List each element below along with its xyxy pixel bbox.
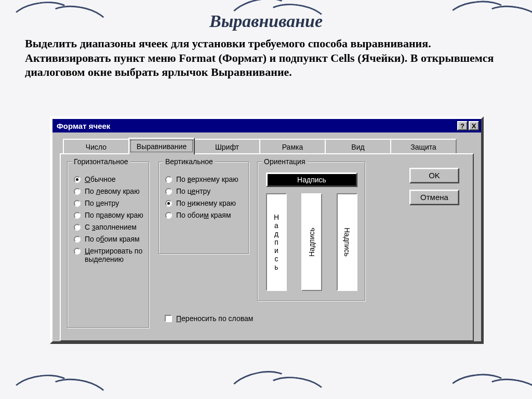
radio-icon <box>74 248 81 255</box>
intro-paragraph: Выделить диапазоны ячеек для установки т… <box>25 36 501 79</box>
radio-icon <box>165 200 172 207</box>
radio-label: По обоим краям <box>85 235 140 243</box>
radio-horiz-right[interactable]: По правому краю <box>73 211 143 219</box>
decorative-waves-bottom <box>0 373 532 399</box>
radio-label: По нижнему краю <box>176 199 236 207</box>
help-button[interactable]: ? <box>457 121 468 130</box>
radio-icon <box>165 188 172 195</box>
checkbox-icon <box>165 315 172 322</box>
radio-horiz-justify[interactable]: По обоим краям <box>73 235 143 243</box>
radio-horiz-left[interactable]: По левому краю <box>73 187 143 195</box>
radio-label: По обоим краям <box>176 211 231 219</box>
radio-icon <box>165 176 172 183</box>
tab-view[interactable]: Вид <box>325 139 391 154</box>
radio-label: По центру <box>85 199 119 207</box>
page-title: Выравнивание <box>0 11 532 31</box>
radio-label: По центру <box>176 187 210 195</box>
radio-label: По левому краю <box>85 187 140 195</box>
radio-icon <box>74 188 81 195</box>
orientation-stacked-sample[interactable]: Надпись <box>266 193 287 291</box>
radio-label: Обычное <box>85 175 116 183</box>
radio-icon <box>165 212 172 219</box>
group-horizontal: Горизонтальное Обычное По левому краю По… <box>67 162 149 328</box>
format-cells-dialog: Формат ячеек ? X Число Выравнивание Шриф… <box>50 116 484 344</box>
tab-strip: Число Выравнивание Шрифт Рамка Вид Защит… <box>63 139 474 154</box>
radio-label: С заполнением <box>85 223 137 231</box>
radio-vert-bottom[interactable]: По нижнему краю <box>164 199 243 207</box>
radio-icon <box>74 236 81 243</box>
ok-button[interactable]: OK <box>409 168 459 183</box>
tab-font[interactable]: Шрифт <box>194 139 260 154</box>
tab-protect[interactable]: Защита <box>390 139 457 154</box>
group-vertical: Вертикальное По верхнему краю По центру … <box>158 162 249 254</box>
radio-vert-top[interactable]: По верхнему краю <box>164 175 243 183</box>
radio-icon <box>74 176 81 183</box>
orientation-vertical-down-sample[interactable]: Надпись <box>337 193 357 291</box>
radio-vert-justify[interactable]: По обоим краям <box>164 211 243 219</box>
tab-pane-alignment: Горизонтальное Обычное По левому краю По… <box>60 153 474 341</box>
radio-icon <box>74 200 81 207</box>
orientation-vertical-up-sample[interactable]: Надпись <box>301 193 322 291</box>
group-orientation: Ориентация Надпись Надпись Надпись Надпи… <box>257 162 365 301</box>
tab-number[interactable]: Число <box>63 139 129 154</box>
cancel-button[interactable]: Отмена <box>409 190 459 205</box>
group-vertical-legend: Вертикальное <box>163 157 215 166</box>
radio-horiz-center-selection[interactable]: Центрировать повыделению <box>73 247 143 263</box>
radio-label: Центрировать повыделению <box>85 247 142 263</box>
radio-icon <box>74 224 81 231</box>
orientation-horizontal-sample[interactable]: Надпись <box>266 172 357 187</box>
radio-label: По правому краю <box>85 211 143 219</box>
radio-label: По верхнему краю <box>176 175 238 183</box>
wrap-text-checkbox-row[interactable]: Переносить по словам <box>165 314 253 323</box>
dialog-title: Формат ячеек <box>57 122 456 130</box>
group-horizontal-legend: Горизонтальное <box>72 157 130 166</box>
group-orientation-legend: Ориентация <box>262 157 307 166</box>
wrap-text-label: Переносить по словам <box>176 314 253 323</box>
radio-icon <box>74 212 81 219</box>
radio-vert-center[interactable]: По центру <box>164 187 243 195</box>
tab-alignment[interactable]: Выравнивание <box>128 138 195 154</box>
radio-horiz-normal[interactable]: Обычное <box>73 175 143 183</box>
dialog-titlebar: Формат ячеек ? X <box>52 119 481 132</box>
tab-border[interactable]: Рамка <box>259 139 326 154</box>
radio-horiz-center[interactable]: По центру <box>73 199 143 207</box>
close-button[interactable]: X <box>469 121 479 130</box>
radio-horiz-fill[interactable]: С заполнением <box>73 223 143 231</box>
